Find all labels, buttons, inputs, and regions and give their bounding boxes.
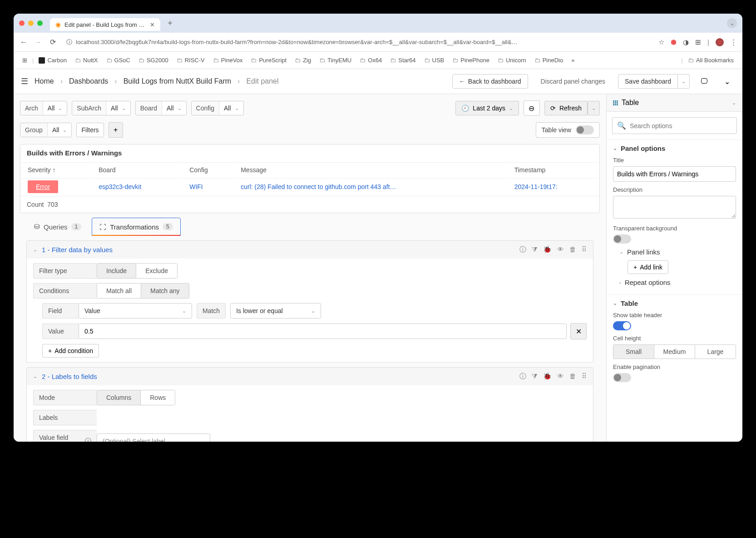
menu-icon[interactable]: ⋮ — [730, 38, 737, 46]
var-board[interactable]: BoardAll⌄ — [135, 101, 187, 115]
mode-radio[interactable]: Columns Rows — [97, 390, 175, 405]
value-field-name-select[interactable]: (Optional) Select label⌄ — [97, 433, 210, 442]
cell-height-options[interactable]: Small Medium Large — [613, 344, 736, 359]
bookmark-sg2000[interactable]: 🗀SG2000 — [135, 55, 172, 65]
bookmark-star-icon[interactable]: ☆ — [658, 38, 664, 46]
cell-small[interactable]: Small — [613, 345, 654, 359]
bookmark-usb[interactable]: 🗀USB — [421, 55, 448, 65]
board-link[interactable]: esp32c3-devkit — [99, 183, 141, 190]
value-input[interactable] — [79, 324, 567, 339]
bookmark-star64[interactable]: 🗀Star64 — [387, 55, 419, 65]
bookmark-purescript[interactable]: 🗀PureScript — [247, 55, 290, 65]
collapse-icon[interactable]: ⌄ — [719, 74, 735, 89]
filter-type-radio[interactable]: Include Exclude — [97, 263, 178, 279]
apps-icon[interactable]: ⊞ — [19, 55, 30, 65]
remove-condition-button[interactable]: ✕ — [570, 323, 587, 339]
all-bookmarks[interactable]: 🗀All Bookmarks — [685, 55, 737, 65]
bookmark-nuttx[interactable]: 🗀NuttX — [72, 55, 101, 65]
collapse-icon[interactable]: ⌄ — [33, 374, 37, 379]
opt-include[interactable]: Include — [97, 264, 136, 278]
info-icon[interactable]: ⓘ — [519, 372, 526, 381]
eye-icon[interactable]: 👁 — [557, 245, 564, 254]
debug-icon[interactable]: 🐞 — [543, 372, 552, 381]
drag-handle-icon[interactable]: ⠿ — [582, 372, 587, 381]
collapse-icon[interactable]: ⌄ — [33, 247, 37, 253]
info-icon[interactable]: ⓘ — [85, 437, 91, 442]
table-row[interactable]: Error esp32c3-devkit WIFI curl: (28) Fai… — [21, 178, 598, 195]
crumb-dashboard-name[interactable]: Build Logs from NuttX Build Farm — [124, 77, 231, 85]
eye-icon[interactable]: 👁 — [557, 372, 564, 381]
trash-icon[interactable]: 🗑 — [569, 372, 576, 381]
conditions-radio[interactable]: Match all Match any — [97, 283, 189, 299]
bookmark-pinephone[interactable]: 🗀PinePhone — [449, 55, 493, 65]
bookmark-ox64[interactable]: 🗀Ox64 — [356, 55, 385, 65]
new-tab-button[interactable]: + — [168, 19, 173, 28]
address-bar[interactable]: ⓘ localhost:3000/d/fe2bqg6uk7nr4a/build-… — [63, 36, 653, 48]
cell-medium[interactable]: Medium — [654, 345, 695, 359]
time-range-picker[interactable]: 🕘Last 2 days⌄ — [455, 101, 519, 115]
monitor-icon[interactable]: 🖵 — [696, 74, 712, 89]
refresh-interval-dropdown[interactable]: ⌄ — [588, 101, 600, 115]
window-minimize[interactable] — [28, 20, 34, 26]
extension-icon[interactable]: ◑ — [683, 38, 689, 46]
window-close[interactable] — [19, 20, 25, 26]
panel-description-input[interactable] — [613, 196, 736, 219]
opt-match-any[interactable]: Match any — [141, 284, 189, 298]
col-message[interactable]: Message — [234, 162, 507, 177]
opt-rows[interactable]: Rows — [140, 390, 175, 405]
site-info-icon[interactable]: ⓘ — [66, 38, 72, 46]
col-timestamp[interactable]: Timestamp — [508, 162, 598, 177]
section-panel-links[interactable]: ⌄Panel links — [619, 248, 736, 256]
section-table[interactable]: ⌄Table — [613, 299, 736, 307]
section-repeat-options[interactable]: ›Repeat options — [619, 279, 736, 286]
message-link[interactable]: curl: (28) Failed to connect to github.c… — [241, 183, 396, 190]
section-panel-options[interactable]: ⌄Panel options — [613, 144, 736, 152]
bookmark-pinevox[interactable]: 🗀PineVox — [210, 55, 246, 65]
tab-queries[interactable]: ⛁ Queries 1 — [26, 218, 89, 236]
bookmark-overflow-icon[interactable]: » — [568, 55, 578, 65]
panel-title-input[interactable] — [613, 166, 736, 182]
drag-handle-icon[interactable]: ⠿ — [582, 245, 587, 254]
window-maximize[interactable] — [37, 20, 43, 26]
add-link-button[interactable]: +Add link — [628, 260, 668, 274]
opt-columns[interactable]: Columns — [97, 390, 140, 405]
var-group[interactable]: GroupAll⌄ — [20, 123, 72, 137]
bookmark-tinyemu[interactable]: 🗀TinyEMU — [316, 55, 355, 65]
trash-icon[interactable]: 🗑 — [569, 245, 576, 254]
add-condition-button[interactable]: +Add condition — [42, 344, 99, 358]
col-config[interactable]: Config — [183, 162, 233, 177]
col-board[interactable]: Board — [92, 162, 182, 177]
bookmark-gsoc[interactable]: 🗀GSoC — [103, 55, 133, 65]
back-to-dashboard-button[interactable]: ←Back to dashboard — [452, 74, 528, 89]
bookmark-pinedio[interactable]: 🗀PineDio — [531, 55, 567, 65]
crumb-dashboards[interactable]: Dashboards — [69, 77, 108, 85]
search-options[interactable]: 🔍 — [612, 117, 737, 134]
visualization-picker[interactable]: Table ⌄ — [607, 94, 742, 112]
transparent-bg-toggle[interactable] — [613, 234, 631, 244]
menu-toggle-icon[interactable]: ☰ — [21, 76, 28, 86]
zoom-out-button[interactable]: ⊖ — [524, 100, 540, 116]
extension-icon[interactable]: ⬢ — [671, 38, 677, 46]
show-header-toggle[interactable] — [613, 321, 631, 330]
bookmark-carbon[interactable]: Carbon — [35, 55, 70, 65]
opt-exclude[interactable]: Exclude — [136, 264, 177, 278]
filters-selector[interactable]: Filters — [76, 123, 104, 137]
severity-badge[interactable]: Error — [28, 180, 58, 193]
profile-avatar[interactable] — [716, 38, 724, 46]
nav-reload-icon[interactable]: ⟳ — [48, 38, 57, 46]
discard-changes-button[interactable]: Discard panel changes — [534, 75, 612, 88]
save-dashboard-button[interactable]: Save dashboard — [618, 74, 678, 89]
tab-overflow-button[interactable]: ⌄ — [727, 18, 737, 28]
extensions-icon[interactable]: ⊞ — [695, 38, 701, 46]
col-severity[interactable]: Severity ↑ — [21, 162, 91, 177]
crumb-home[interactable]: Home — [35, 77, 54, 85]
table-view-toggle[interactable] — [576, 125, 594, 134]
var-arch[interactable]: ArchAll⌄ — [20, 101, 67, 115]
info-icon[interactable]: ⓘ — [519, 245, 526, 254]
transform-title[interactable]: 1 - Filter data by values — [42, 246, 113, 254]
debug-icon[interactable]: 🐞 — [543, 245, 552, 254]
tab-transformations[interactable]: ⛶ Transformations 5 — [92, 218, 181, 236]
refresh-button[interactable]: ⟳Refresh — [544, 101, 588, 115]
close-tab-icon[interactable]: ✕ — [150, 21, 155, 28]
pagination-toggle[interactable] — [613, 373, 631, 382]
